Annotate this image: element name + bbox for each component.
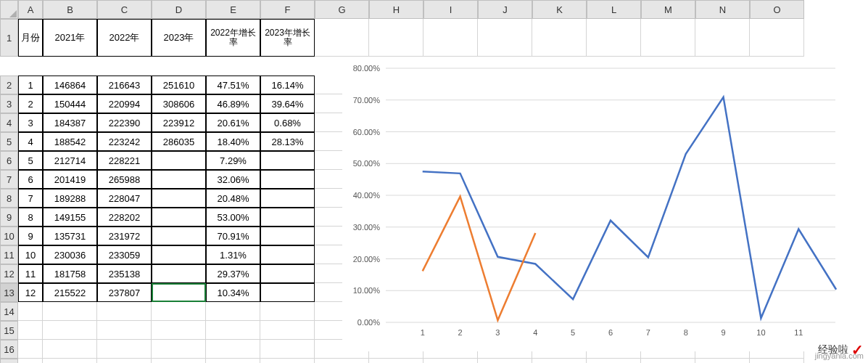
cell-B16[interactable] <box>43 340 97 359</box>
cell-D8[interactable] <box>152 189 206 208</box>
row-header-17[interactable]: 17 <box>0 359 18 363</box>
row-header-7[interactable]: 7 <box>0 170 18 189</box>
cell-B5[interactable]: 188542 <box>43 132 97 151</box>
column-header-D[interactable]: D <box>152 0 206 19</box>
cell-E3[interactable]: 46.89% <box>206 94 260 113</box>
cell-C10[interactable]: 231972 <box>97 227 152 245</box>
cell-E14[interactable] <box>206 302 260 321</box>
row-header-2[interactable]: 2 <box>0 76 18 94</box>
cell-A14[interactable] <box>18 302 43 321</box>
column-header-I[interactable]: I <box>423 0 478 19</box>
cell-D13[interactable] <box>152 283 206 302</box>
cell-D14[interactable] <box>152 302 206 321</box>
cell-A1[interactable]: 月份 <box>18 19 43 57</box>
cell-F6[interactable] <box>260 151 315 170</box>
row-header-3[interactable]: 3 <box>0 94 18 113</box>
cell-B7[interactable]: 201419 <box>43 170 97 189</box>
column-header-H[interactable]: H <box>369 0 423 19</box>
cell-B15[interactable] <box>43 321 97 340</box>
row-header-12[interactable]: 12 <box>0 264 18 283</box>
cell-N17[interactable] <box>695 359 750 363</box>
cell-F12[interactable] <box>260 264 315 283</box>
cell-A5[interactable]: 4 <box>18 132 43 151</box>
column-header-A[interactable]: A <box>18 0 43 19</box>
cell-D5[interactable]: 286035 <box>152 132 206 151</box>
cell-O17[interactable] <box>750 359 804 363</box>
cell-D6[interactable] <box>152 151 206 170</box>
cell-F7[interactable] <box>260 170 315 189</box>
cell-D16[interactable] <box>152 340 206 359</box>
cell-L1[interactable] <box>587 19 641 57</box>
cell-F15[interactable] <box>260 321 315 340</box>
cell-C6[interactable]: 228221 <box>97 151 152 170</box>
cell-D9[interactable] <box>152 208 206 227</box>
column-header-K[interactable]: K <box>532 0 587 19</box>
cell-F8[interactable] <box>260 189 315 208</box>
cell-F11[interactable] <box>260 245 315 264</box>
cell-F13[interactable] <box>260 283 315 302</box>
cell-F5[interactable]: 28.13% <box>260 132 315 151</box>
row-header-10[interactable]: 10 <box>0 227 18 245</box>
cell-C9[interactable]: 228202 <box>97 208 152 227</box>
cell-B11[interactable]: 230036 <box>43 245 97 264</box>
cell-B1[interactable]: 2021年 <box>43 19 97 57</box>
column-header-G[interactable]: G <box>315 0 369 19</box>
column-header-B[interactable]: B <box>43 0 97 19</box>
row-header-11[interactable]: 11 <box>0 245 18 264</box>
column-header-C[interactable]: C <box>97 0 152 19</box>
cell-F3[interactable]: 39.64% <box>260 94 315 113</box>
cell-C14[interactable] <box>97 302 152 321</box>
cell-D1[interactable]: 2023年 <box>152 19 206 57</box>
cell-I17[interactable] <box>423 359 478 363</box>
cell-D17[interactable] <box>152 359 206 363</box>
row-header-14[interactable]: 14 <box>0 302 18 321</box>
cell-O1[interactable] <box>750 19 804 57</box>
cell-E5[interactable]: 18.40% <box>206 132 260 151</box>
cell-J17[interactable] <box>478 359 532 363</box>
cell-E4[interactable]: 20.61% <box>206 113 260 132</box>
cell-E16[interactable] <box>206 340 260 359</box>
cell-D10[interactable] <box>152 227 206 245</box>
cell-A3[interactable]: 2 <box>18 94 43 113</box>
cell-E15[interactable] <box>206 321 260 340</box>
column-header-F[interactable]: F <box>260 0 315 19</box>
cell-D15[interactable] <box>152 321 206 340</box>
cell-A12[interactable]: 11 <box>18 264 43 283</box>
cell-E10[interactable]: 70.91% <box>206 227 260 245</box>
column-header-N[interactable]: N <box>695 0 750 19</box>
column-header-J[interactable]: J <box>478 0 532 19</box>
cell-F2[interactable]: 16.14% <box>260 76 315 94</box>
cell-M1[interactable] <box>641 19 695 57</box>
column-header-L[interactable]: L <box>587 0 641 19</box>
cell-G17[interactable] <box>315 359 369 363</box>
cell-E9[interactable]: 53.00% <box>206 208 260 227</box>
cell-E12[interactable]: 29.37% <box>206 264 260 283</box>
cell-B2[interactable]: 146864 <box>43 76 97 94</box>
cell-A2[interactable]: 1 <box>18 76 43 94</box>
cell-J1[interactable] <box>478 19 532 57</box>
cell-A11[interactable]: 10 <box>18 245 43 264</box>
column-header-O[interactable]: O <box>750 0 804 19</box>
column-header-E[interactable]: E <box>206 0 260 19</box>
cell-L17[interactable] <box>587 359 641 363</box>
cell-C7[interactable]: 265988 <box>97 170 152 189</box>
cell-E11[interactable]: 1.31% <box>206 245 260 264</box>
cell-A9[interactable]: 8 <box>18 208 43 227</box>
cell-C3[interactable]: 220994 <box>97 94 152 113</box>
cell-F1[interactable]: 2023年增长率 <box>260 19 315 57</box>
cell-B10[interactable]: 135731 <box>43 227 97 245</box>
cell-I1[interactable] <box>423 19 478 57</box>
row-header-1[interactable]: 1 <box>0 19 18 57</box>
cell-D4[interactable]: 223912 <box>152 113 206 132</box>
cell-C11[interactable]: 233059 <box>97 245 152 264</box>
cell-A10[interactable]: 9 <box>18 227 43 245</box>
cell-A8[interactable]: 7 <box>18 189 43 208</box>
line-chart[interactable]: 0.00%10.00%20.00%30.00%40.00%50.00%60.00… <box>342 61 850 351</box>
row-header-4[interactable]: 4 <box>0 113 18 132</box>
cell-C16[interactable] <box>97 340 152 359</box>
cell-C1[interactable]: 2022年 <box>97 19 152 57</box>
cell-F16[interactable] <box>260 340 315 359</box>
row-header-8[interactable]: 8 <box>0 189 18 208</box>
cell-K1[interactable] <box>532 19 587 57</box>
cell-C2[interactable]: 216643 <box>97 76 152 94</box>
